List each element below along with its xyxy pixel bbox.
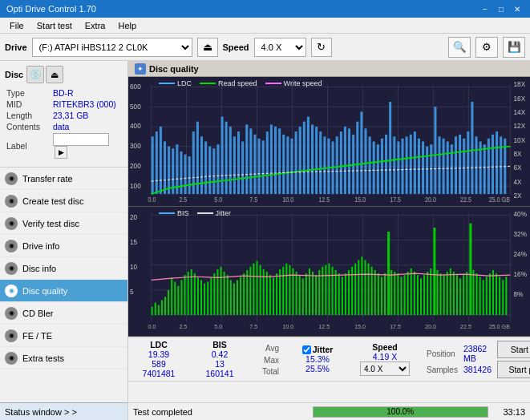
svg-rect-64 <box>278 128 281 194</box>
svg-rect-58 <box>253 135 256 194</box>
svg-rect-109 <box>463 139 465 194</box>
svg-rect-222 <box>364 260 366 315</box>
sidebar-item-extra-tests[interactable]: ◉ Extra tests <box>0 347 127 370</box>
bis-max-value: 13 <box>215 359 225 369</box>
svg-rect-179 <box>224 272 225 315</box>
svg-rect-157 <box>152 307 153 315</box>
disc-icon[interactable]: 💿 <box>26 66 44 83</box>
svg-rect-242 <box>430 269 431 315</box>
svg-rect-174 <box>207 281 208 315</box>
nav-fe-te-label: FE / TE <box>22 331 52 341</box>
scan-button[interactable]: 🔍 <box>448 37 471 58</box>
save-button[interactable]: 💾 <box>503 37 525 58</box>
sidebar-item-fe-te[interactable]: ◉ FE / TE <box>0 325 127 347</box>
svg-rect-204 <box>305 273 307 315</box>
drive-select[interactable]: (F:) ATAPI iHBS112 2 CL0K <box>32 38 192 57</box>
svg-rect-256 <box>476 273 478 315</box>
status-window-button[interactable]: Status window > > <box>0 402 127 420</box>
speed-label: Speed <box>223 42 249 52</box>
sidebar-item-cd-bler[interactable]: ◉ CD Bler <box>0 302 127 325</box>
speed-select[interactable]: 4.0 X <box>254 38 306 57</box>
sidebar-item-create-test-disc[interactable]: ◉ Create test disc <box>0 190 127 212</box>
title-bar: Opti Drive Control 1.70 − □ ✕ <box>0 0 530 18</box>
disc-mid-value: RITEKBR3 (000) <box>53 99 116 109</box>
ldc-stats-block: LDC 19.39 589 7401481 <box>133 340 184 378</box>
disc-contents-label: Contents <box>6 122 53 131</box>
svg-rect-94 <box>401 139 403 194</box>
menu-help[interactable]: Help <box>111 19 143 32</box>
nav-transfer-rate-label: Transfer rate <box>22 174 73 184</box>
svg-rect-84 <box>360 111 362 194</box>
svg-rect-46 <box>204 142 207 195</box>
position-block: Position 23862 MB Samples 381426 <box>427 344 491 374</box>
disc-eject-icon[interactable]: ⏏ <box>46 66 63 83</box>
disc-label-input[interactable] <box>53 133 109 146</box>
svg-text:15: 15 <box>130 239 138 246</box>
svg-rect-106 <box>451 144 453 194</box>
minimize-button[interactable]: − <box>479 3 492 14</box>
svg-rect-169 <box>191 269 192 315</box>
legend-read-speed-label: Read speed <box>218 79 257 87</box>
svg-rect-186 <box>246 270 248 315</box>
svg-rect-81 <box>348 128 350 194</box>
svg-rect-164 <box>174 281 176 315</box>
svg-rect-249 <box>453 272 455 315</box>
menu-start-test[interactable]: Start test <box>30 19 79 32</box>
svg-rect-217 <box>348 270 350 315</box>
svg-rect-98 <box>418 139 420 194</box>
sidebar-item-verify-test-disc[interactable]: ◉ Verify test disc <box>0 212 127 235</box>
svg-rect-235 <box>407 272 409 315</box>
start-full-button[interactable]: Start full <box>497 341 530 358</box>
menu-file[interactable]: File <box>3 19 30 32</box>
speed-test-select[interactable]: 4.0 X <box>360 361 410 376</box>
maximize-button[interactable]: □ <box>495 3 508 14</box>
bis-stats-block: BIS 0.42 13 160141 <box>197 340 242 378</box>
legend-ldc-label: LDC <box>177 79 192 87</box>
eject-button[interactable]: ⏏ <box>197 38 218 57</box>
jitter-color-swatch <box>197 212 213 214</box>
svg-rect-195 <box>276 273 277 315</box>
legend-jitter-label: Jitter <box>216 209 232 217</box>
jitter-checkbox[interactable] <box>302 345 311 354</box>
sidebar-item-disc-quality[interactable]: ◉ Disc quality <box>0 280 127 302</box>
disc-label-btn[interactable]: ▶ <box>55 146 67 159</box>
svg-rect-228 <box>384 273 386 315</box>
settings-button[interactable]: ⚙ <box>475 37 498 58</box>
upper-chart-svg: 600 500 400 300 200 100 18X 16X 14X 12X … <box>128 77 530 206</box>
svg-rect-263 <box>499 277 500 315</box>
svg-rect-189 <box>257 261 258 316</box>
sidebar-item-drive-info[interactable]: ◉ Drive info <box>0 235 127 257</box>
svg-text:22.5: 22.5 <box>460 323 471 330</box>
sidebar-item-transfer-rate[interactable]: ◉ Transfer rate <box>0 168 127 190</box>
svg-rect-95 <box>406 136 408 194</box>
svg-rect-55 <box>241 142 244 195</box>
svg-rect-226 <box>378 273 379 315</box>
svg-rect-236 <box>411 269 412 315</box>
close-button[interactable]: ✕ <box>511 3 524 14</box>
svg-rect-67 <box>290 139 293 194</box>
svg-rect-182 <box>233 284 235 315</box>
legend-bis: BIS <box>159 209 189 217</box>
svg-rect-183 <box>237 280 238 315</box>
svg-rect-175 <box>210 277 212 315</box>
svg-rect-59 <box>258 139 261 194</box>
svg-text:300: 300 <box>130 141 141 150</box>
svg-rect-78 <box>336 136 338 194</box>
menu-extra[interactable]: Extra <box>79 19 112 32</box>
svg-rect-114 <box>483 144 486 194</box>
start-part-button[interactable]: Start part <box>497 361 530 378</box>
svg-rect-166 <box>180 280 182 315</box>
svg-rect-111 <box>471 102 473 194</box>
svg-rect-100 <box>426 147 428 194</box>
sidebar-item-disc-info[interactable]: ◉ Disc info <box>0 257 127 280</box>
svg-rect-170 <box>194 273 196 315</box>
svg-rect-69 <box>299 127 301 194</box>
refresh-button[interactable]: ↻ <box>311 38 332 57</box>
svg-rect-110 <box>467 131 469 194</box>
svg-rect-104 <box>443 139 445 194</box>
svg-rect-227 <box>381 277 382 315</box>
lower-chart-legend: BIS Jitter <box>159 209 231 217</box>
svg-rect-176 <box>213 273 215 315</box>
svg-rect-168 <box>188 272 189 315</box>
svg-rect-45 <box>200 136 203 194</box>
